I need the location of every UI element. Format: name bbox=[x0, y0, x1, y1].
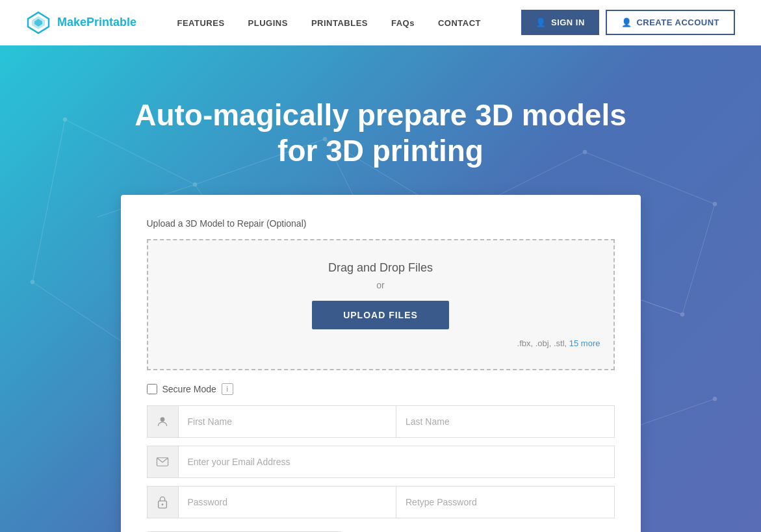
nav-printables[interactable]: PRINTABLES bbox=[311, 18, 368, 28]
first-name-input[interactable] bbox=[179, 406, 396, 437]
password-field-icon bbox=[148, 487, 179, 518]
brand-name: MakePrintable bbox=[57, 16, 136, 29]
email-field-icon bbox=[148, 446, 179, 477]
signin-button[interactable]: 👤 SIGN IN bbox=[521, 10, 599, 35]
navbar: MakePrintable FEATURES PLUGINS PRINTABLE… bbox=[0, 0, 761, 45]
brand-logo-link[interactable]: MakePrintable bbox=[26, 10, 136, 35]
registration-form-card: Upload a 3D Model to Repair (Optional) D… bbox=[121, 195, 641, 532]
upload-section-label: Upload a 3D Model to Repair (Optional) bbox=[147, 218, 615, 229]
email-field-row bbox=[147, 446, 615, 478]
main-nav: FEATURES PLUGINS PRINTABLES FAQs CONTACT bbox=[177, 17, 481, 29]
svg-point-47 bbox=[162, 504, 164, 506]
hero-title: Auto-magically prepare 3D models for 3D … bbox=[135, 97, 626, 169]
create-account-button[interactable]: 👤 CREATE ACCOUNT bbox=[606, 10, 735, 35]
file-upload-zone[interactable]: Drag and Drop Files or UPLOAD FILES .fbx… bbox=[147, 239, 615, 370]
upload-files-button[interactable]: UPLOAD FILES bbox=[312, 301, 449, 329]
password-input[interactable] bbox=[179, 487, 396, 518]
svg-point-44 bbox=[161, 418, 165, 422]
nav-plugins[interactable]: PLUGINS bbox=[248, 18, 288, 28]
more-formats-link[interactable]: 15 more bbox=[569, 338, 600, 348]
person-field-icon bbox=[148, 406, 179, 437]
last-name-input[interactable] bbox=[396, 406, 614, 437]
nav-contact[interactable]: CONTACT bbox=[438, 18, 481, 28]
drag-drop-text: Drag and Drop Files bbox=[161, 261, 600, 275]
secure-mode-row: Secure Mode i bbox=[147, 383, 615, 395]
email-input[interactable] bbox=[179, 446, 614, 477]
nav-features[interactable]: FEATURES bbox=[177, 18, 224, 28]
retype-password-input[interactable] bbox=[396, 487, 614, 518]
hero-content: Auto-magically prepare 3D models for 3D … bbox=[0, 97, 761, 532]
name-field-row bbox=[147, 405, 615, 438]
navbar-actions: 👤 SIGN IN 👤 CREATE ACCOUNT bbox=[521, 10, 735, 35]
secure-mode-info-icon[interactable]: i bbox=[222, 383, 233, 395]
password-field-row bbox=[147, 486, 615, 518]
secure-mode-label: Secure Mode bbox=[162, 384, 216, 394]
person-icon: 👤 bbox=[535, 18, 547, 27]
secure-mode-checkbox[interactable] bbox=[147, 384, 157, 394]
brand-logo-icon bbox=[26, 10, 51, 35]
upload-formats: .fbx, .obj, .stl, 15 more bbox=[161, 338, 600, 348]
person-add-icon: 👤 bbox=[621, 18, 632, 27]
nav-faqs[interactable]: FAQs bbox=[391, 18, 415, 28]
hero-section: Auto-magically prepare 3D models for 3D … bbox=[0, 45, 761, 532]
or-text: or bbox=[161, 280, 600, 290]
